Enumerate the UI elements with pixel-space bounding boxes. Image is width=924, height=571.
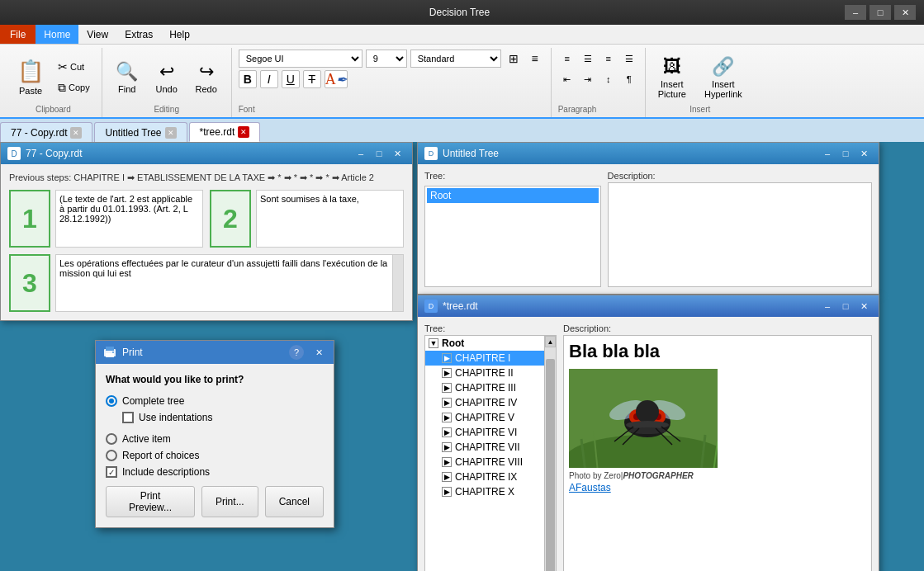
tree-rdt-list[interactable]: ▼ Root ▶ CHAPITRE I ▶ CHAPITRE II ▶ CHAP… bbox=[424, 335, 557, 571]
report-of-choices-radio[interactable] bbox=[106, 450, 117, 461]
untitled-tree-root-item[interactable]: Root bbox=[427, 188, 599, 203]
align-center-button[interactable]: ☰ bbox=[579, 50, 597, 68]
redo-button[interactable]: ↪ Redo bbox=[188, 57, 225, 98]
untitled-tree-close[interactable]: ✕ bbox=[855, 146, 872, 161]
find-button[interactable]: 🔍 Find bbox=[109, 57, 145, 98]
menu-home[interactable]: Home bbox=[36, 25, 78, 44]
include-descriptions-option[interactable]: Include descriptions bbox=[106, 466, 324, 478]
untitled-tree-desc-area[interactable] bbox=[608, 182, 872, 287]
close-app-button[interactable]: ✕ bbox=[894, 5, 916, 20]
paste-button[interactable]: 📋 Paste bbox=[12, 54, 50, 100]
align-right-button[interactable]: ≡ bbox=[599, 50, 618, 68]
menu-view[interactable]: View bbox=[78, 25, 116, 44]
copy-rdt-close-button[interactable]: ✕ bbox=[389, 146, 405, 161]
use-indentations-option[interactable]: Use indentations bbox=[122, 412, 324, 423]
scroll-up-arrow[interactable]: ▲ bbox=[393, 255, 403, 267]
underline-button[interactable]: U bbox=[282, 70, 300, 88]
untitled-tree-maximize[interactable]: □ bbox=[837, 146, 854, 161]
tree-rdt-maximize[interactable]: □ bbox=[837, 299, 854, 314]
cut-button[interactable]: ✂ Cut bbox=[53, 58, 95, 76]
scroll-down-arrow[interactable]: ▼ bbox=[393, 300, 403, 311]
strikethrough-button[interactable]: T bbox=[303, 70, 321, 88]
chapitre-iv-expand-icon[interactable]: ▶ bbox=[442, 398, 452, 408]
tree-node-chapitre-iv[interactable]: ▶ CHAPITRE IV bbox=[425, 395, 556, 410]
indent-left-button[interactable]: ⇤ bbox=[558, 70, 576, 88]
undo-button[interactable]: ↩ Undo bbox=[149, 57, 185, 98]
tab-tree-rdt-close[interactable]: ✕ bbox=[238, 126, 249, 138]
complete-tree-radio[interactable] bbox=[106, 395, 117, 407]
font-size-select[interactable]: 9 bbox=[366, 50, 407, 68]
list-toggle-button[interactable]: ≡ bbox=[526, 50, 544, 68]
tree-node-chapitre-ii[interactable]: ▶ CHAPITRE II bbox=[425, 366, 556, 380]
active-item-radio[interactable] bbox=[106, 433, 117, 445]
tree-rdt-scrollbar[interactable]: ▲ ▼ bbox=[544, 336, 556, 571]
insert-picture-button[interactable]: 🖼 Insert Picture bbox=[652, 52, 692, 103]
tree-node-root[interactable]: ▼ Root bbox=[425, 336, 556, 351]
chapitre-ix-expand-icon[interactable]: ▶ bbox=[442, 472, 452, 482]
tree-node-chapitre-x[interactable]: ▶ CHAPITRE X bbox=[425, 484, 556, 499]
tree-node-chapitre-i[interactable]: ▶ CHAPITRE I bbox=[425, 351, 556, 366]
root-expand-icon[interactable]: ▼ bbox=[429, 338, 438, 348]
align-left-button[interactable]: ≡ bbox=[558, 50, 576, 68]
tree-node-chapitre-iii[interactable]: ▶ CHAPITRE III bbox=[425, 380, 556, 395]
tab-untitled-tree[interactable]: Untitled Tree ✕ bbox=[94, 122, 187, 142]
complete-tree-option[interactable]: Complete tree bbox=[106, 395, 324, 407]
active-item-option[interactable]: Active item bbox=[106, 433, 324, 445]
col-toggle-button[interactable]: ⊞ bbox=[505, 50, 523, 68]
chapitre-viii-label: CHAPITRE VIII bbox=[455, 456, 523, 468]
minimize-button[interactable]: – bbox=[845, 5, 866, 20]
scroll-thumb[interactable] bbox=[546, 359, 555, 571]
tree-rdt-minimize[interactable]: – bbox=[819, 299, 836, 314]
tree-node-chapitre-viii[interactable]: ▶ CHAPITRE VIII bbox=[425, 455, 556, 470]
chapitre-iii-expand-icon[interactable]: ▶ bbox=[442, 383, 452, 393]
use-indentations-checkbox[interactable] bbox=[122, 412, 134, 423]
scroll-up-btn[interactable]: ▲ bbox=[545, 336, 556, 347]
desc-link[interactable]: AFaustas bbox=[569, 482, 866, 493]
italic-button[interactable]: I bbox=[260, 70, 278, 88]
tree-node-chapitre-v[interactable]: ▶ CHAPITRE V bbox=[425, 410, 556, 425]
tab-copy-rdt-close[interactable]: ✕ bbox=[70, 127, 82, 139]
print-dialog-help[interactable]: ? bbox=[289, 345, 304, 360]
include-descriptions-checkbox[interactable] bbox=[106, 466, 117, 478]
report-of-choices-option[interactable]: Report of choices bbox=[106, 450, 324, 461]
para-spacing-button[interactable]: ↕ bbox=[599, 70, 618, 88]
tree-node-chapitre-vii[interactable]: ▶ CHAPITRE VII bbox=[425, 440, 556, 455]
font-style-select[interactable]: Standard bbox=[410, 50, 501, 68]
menu-extras[interactable]: Extras bbox=[116, 25, 161, 44]
font-name-select[interactable]: Segoe UI bbox=[239, 50, 362, 68]
insert-hyperlink-button[interactable]: 🔗 Insert Hyperlink bbox=[699, 52, 748, 103]
maximize-button[interactable]: □ bbox=[870, 5, 891, 20]
chapitre-v-expand-icon[interactable]: ▶ bbox=[442, 413, 452, 422]
format-a-button[interactable]: A✒ bbox=[325, 70, 348, 88]
para-extra-button[interactable]: ¶ bbox=[620, 70, 638, 88]
menu-file[interactable]: File bbox=[0, 25, 36, 44]
indent-right-button[interactable]: ⇥ bbox=[579, 70, 597, 88]
justify-button[interactable]: ☰ bbox=[620, 50, 638, 68]
tree-node-chapitre-vi[interactable]: ▶ CHAPITRE VI bbox=[425, 425, 556, 440]
tab-copy-rdt[interactable]: 77 - Copy.rdt ✕ bbox=[0, 122, 92, 142]
untitled-tree-list[interactable]: Root bbox=[424, 186, 601, 287]
print-button[interactable]: Print... bbox=[201, 486, 258, 517]
article-3-num: 3 bbox=[9, 254, 50, 312]
chapitre-ii-expand-icon[interactable]: ▶ bbox=[442, 368, 452, 378]
tab-tree-rdt[interactable]: *tree.rdt ✕ bbox=[189, 122, 261, 142]
bold-icon: B bbox=[244, 73, 252, 86]
tree-node-chapitre-ix[interactable]: ▶ CHAPITRE IX bbox=[425, 470, 556, 484]
print-preview-button[interactable]: Print Preview... bbox=[106, 486, 195, 517]
bold-button[interactable]: B bbox=[239, 70, 257, 88]
copy-button[interactable]: ⧉ Copy bbox=[53, 78, 95, 97]
chapitre-i-expand-icon[interactable]: ▶ bbox=[442, 353, 452, 363]
untitled-tree-minimize[interactable]: – bbox=[819, 146, 836, 161]
print-dialog-close[interactable]: ✕ bbox=[310, 345, 327, 360]
chapitre-vi-expand-icon[interactable]: ▶ bbox=[442, 427, 452, 437]
cancel-button[interactable]: Cancel bbox=[265, 486, 324, 517]
chapitre-x-expand-icon[interactable]: ▶ bbox=[442, 487, 452, 497]
copy-rdt-maximize-button[interactable]: □ bbox=[371, 146, 387, 161]
chapitre-viii-expand-icon[interactable]: ▶ bbox=[442, 457, 452, 467]
copy-rdt-minimize-button[interactable]: – bbox=[353, 146, 369, 161]
tab-untitled-tree-close[interactable]: ✕ bbox=[165, 127, 177, 139]
chapitre-vii-expand-icon[interactable]: ▶ bbox=[442, 442, 452, 452]
tree-rdt-tree-label: Tree: bbox=[424, 323, 557, 333]
menu-help[interactable]: Help bbox=[161, 25, 198, 44]
tree-rdt-close[interactable]: ✕ bbox=[855, 299, 872, 314]
